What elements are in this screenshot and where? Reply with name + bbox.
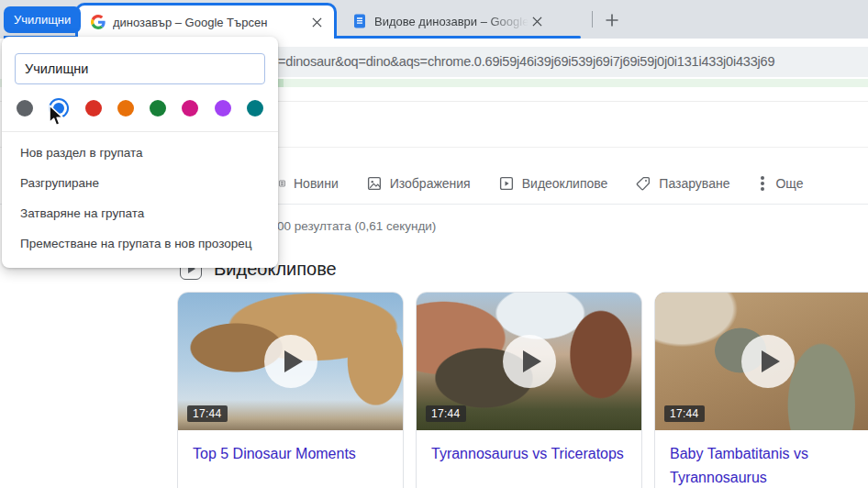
color-swatch-grey[interactable] [17, 100, 33, 116]
group-menu: Нов раздел в групата Разгрупиране Затвар… [2, 132, 278, 261]
play-button-icon[interactable] [741, 335, 795, 388]
menu-item-ungroup[interactable]: Разгрупиране [2, 168, 278, 198]
plus-icon [605, 13, 619, 28]
video-title-link[interactable]: Baby Tambatitanis vs Tyrannosaurus [655, 430, 868, 488]
tab-group-chip[interactable]: Училищни [4, 6, 81, 33]
video-card-baby-tambatitanis[interactable]: 17:44 Baby Tambatitanis vs Tyrannosaurus [654, 292, 868, 488]
video-card-trex-vs-triceratops[interactable]: 17:44 Tyrannosaurus vs Triceratops [416, 292, 642, 488]
new-tab-button[interactable] [599, 7, 625, 33]
group-name-input[interactable] [15, 53, 265, 84]
google-docs-icon [352, 14, 367, 28]
tab-title: Видове динозаври – Google До [374, 15, 529, 28]
color-swatch-cyan[interactable] [247, 100, 263, 116]
video-title-link[interactable]: Tyrannosaurus vs Triceratops [417, 430, 641, 466]
tab-strip: Училищни динозавър – Google Търсен Видов… [0, 0, 868, 39]
video-thumbnail[interactable]: 17:44 [417, 293, 641, 430]
videos-icon [498, 175, 515, 192]
video-title-link[interactable]: Top 5 Dinosaur Moments [178, 430, 403, 466]
play-button-icon[interactable] [503, 335, 556, 388]
browser-window: Училищни динозавър – Google Търсен Видов… [0, 0, 868, 488]
news-icon [278, 175, 286, 192]
nav-item-more[interactable]: Още [757, 176, 803, 191]
nav-label: Още [775, 176, 803, 191]
tab-dinosaur-search[interactable]: динозавър – Google Търсен [75, 3, 337, 39]
color-swatch-pink[interactable] [182, 100, 198, 116]
tab-separator [592, 11, 593, 28]
result-stats: 00 резултата (0,61 секунди) [277, 219, 436, 233]
search-nav: Новини Изображения Видеоклипове [278, 169, 803, 198]
nav-label: Пазаруване [659, 176, 729, 191]
nav-item-videos[interactable]: Видеоклипове [498, 175, 608, 192]
duration-badge: 17:44 [664, 405, 705, 422]
nav-item-shopping[interactable]: Пазаруване [635, 175, 729, 192]
menu-item-new-tab-in-group[interactable]: Нов раздел в групата [2, 138, 278, 168]
nav-item-images[interactable]: Изображения [366, 175, 471, 192]
menu-item-move-group-new-window[interactable]: Преместване на групата в нов прозорец [2, 228, 278, 259]
video-cards-row: 17:44 Top 5 Dinosaur Moments 17:44 Tyran… [177, 292, 868, 488]
duration-badge: 17:44 [187, 405, 228, 422]
nav-item-news[interactable]: Новини [278, 175, 339, 192]
mouse-cursor [46, 105, 66, 132]
nav-label: Новини [294, 176, 339, 191]
nav-label: Изображения [390, 176, 471, 191]
menu-item-close-group[interactable]: Затваряне на групата [2, 198, 278, 228]
tab-close-icon[interactable] [529, 13, 545, 29]
video-thumbnail[interactable]: 17:44 [655, 293, 868, 430]
tab-title: динозавър – Google Търсен [113, 16, 308, 29]
tab-dinosaur-docs[interactable]: Видове динозаври – Google До [339, 7, 585, 35]
tab-group-popup: Нов раздел в групата Разгрупиране Затвар… [2, 37, 278, 268]
video-thumbnail[interactable]: 17:44 [178, 293, 403, 430]
google-favicon-icon [91, 15, 106, 29]
color-swatch-purple[interactable] [215, 100, 231, 116]
images-icon [366, 175, 383, 192]
shopping-tag-icon [635, 175, 651, 192]
color-swatch-red[interactable] [85, 100, 102, 116]
duration-badge: 17:44 [426, 405, 466, 422]
video-card-top5[interactable]: 17:44 Top 5 Dinosaur Moments [177, 292, 404, 488]
play-button-icon[interactable] [264, 335, 317, 388]
color-swatch-green[interactable] [150, 100, 166, 116]
tab-close-icon[interactable] [308, 14, 325, 30]
more-icon [761, 182, 764, 185]
color-swatch-orange[interactable] [117, 100, 134, 116]
nav-label: Видеоклипове [522, 176, 608, 191]
